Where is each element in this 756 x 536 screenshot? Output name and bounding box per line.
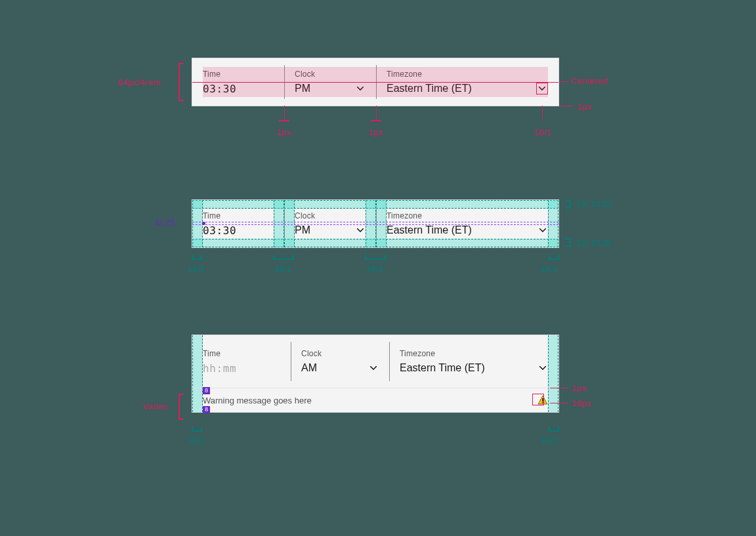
annot-col-a: 16/1 [188,264,205,274]
spacer-badge-bottom: 8 [203,406,210,413]
time-label: Time [203,211,274,220]
annot-col-c: 16/1 [366,264,384,274]
annot-col-d: 16/1 [541,264,558,274]
warning-icon-outline [532,394,544,405]
annot-bottom-pad: 13/.8125 [576,238,612,248]
time-placeholder[interactable]: hh:mm [203,362,280,375]
annot-icon-16px: 16px [572,398,592,408]
annot-chevron-16: 16/1 [534,127,552,137]
chevron-down-icon[interactable] [537,363,548,373]
spec-panel-2: Time 03:30 Clock PM Timezone Eastern Tim… [192,199,559,248]
annot-col-b: 16/1 [274,264,292,274]
clock-value[interactable]: AM [301,362,317,374]
time-label: Time [203,349,280,358]
spacer-badge-top: 8 [203,387,210,394]
annot-divider-1px-a: 1px [277,127,291,137]
clock-label: Clock [295,211,366,220]
timezone-label: Timezone [400,349,548,358]
clock-value[interactable]: PM [295,83,310,94]
chevron-down-icon[interactable] [368,363,379,373]
time-value[interactable]: 03:30 [203,224,274,237]
chevron-down-icon[interactable] [355,83,366,94]
clock-value[interactable]: PM [295,224,310,236]
chevron-down-icon[interactable] [536,83,548,94]
annot-varies: Varies [143,402,168,411]
warning-row: 8 Warning message goes here 8 [192,388,558,412]
annot-border-1px: 1px [578,102,592,112]
annot-border-1px: 1px [572,383,587,393]
annot-col-left: 16/1 [188,436,205,445]
chevron-down-icon[interactable] [355,225,366,236]
timezone-value[interactable]: Eastern Time (ET) [400,362,485,374]
clock-label: Clock [295,70,366,79]
timezone-value[interactable]: Eastern Time (ET) [387,224,472,236]
spec-panel-1: Time 03:30 Clock PM Timezone Eastern Tim… [192,58,559,106]
annot-height: 64px/4rem [118,77,161,87]
timezone-value[interactable]: Eastern Time (ET) [387,83,472,94]
time-value[interactable]: 03:30 [203,83,274,95]
annot-divider-1px-b: 1px [369,127,383,137]
annot-top-pad: 13/.8125 [576,199,612,209]
annot-gap-4: 4/.25 [155,218,175,228]
annot-col-right: 16/1 [541,436,558,445]
warning-text: Warning message goes here [203,396,312,405]
bracket [192,255,202,260]
timezone-label: Timezone [387,211,548,220]
spec-panel-3: Time hh:mm Clock AM Timezone Eastern Tim… [192,335,559,413]
annot-centered: Centered [571,76,608,86]
time-label: Time [203,70,274,79]
timezone-label: Timezone [387,70,548,79]
clock-label: Clock [301,349,379,358]
chevron-down-icon[interactable] [537,225,548,236]
